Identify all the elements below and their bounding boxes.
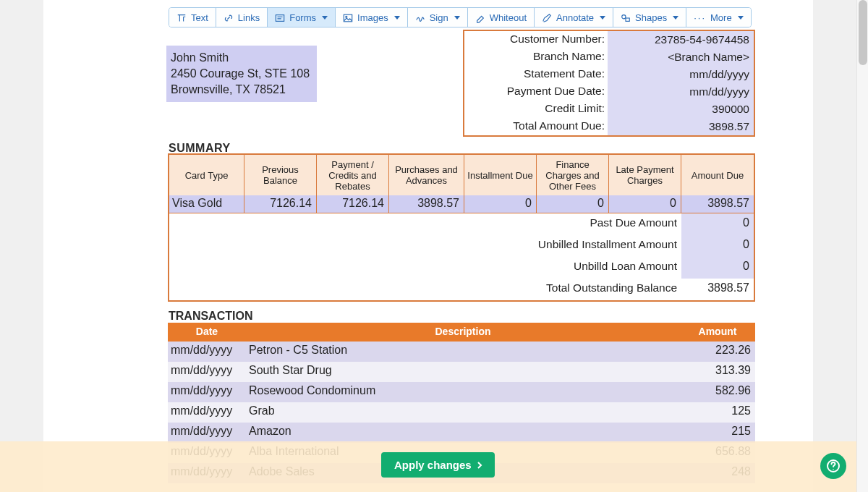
cell-prev-balance[interactable]: 7126.14: [244, 195, 317, 213]
transaction-row[interactable]: mm/dd/yyyySouth Star Drug313.39: [168, 362, 755, 382]
cell-description[interactable]: Amazon: [246, 423, 680, 443]
hdr-prev-balance: Previous Balance: [244, 155, 317, 195]
cell-amount[interactable]: 223.26: [680, 342, 755, 362]
label-customer-number: Customer Number:: [464, 31, 608, 48]
label-statement-date: Statement Date:: [464, 66, 608, 83]
tool-forms[interactable]: Forms: [268, 8, 336, 27]
cell-purchases[interactable]: 3898.57: [389, 195, 464, 213]
tool-annotate[interactable]: Annotate: [535, 8, 613, 27]
tool-sign[interactable]: Sign: [408, 8, 468, 27]
help-button[interactable]: [820, 453, 846, 479]
customer-addr2: Brownsville, TX 78521: [171, 82, 310, 98]
cell-description[interactable]: Grab: [246, 402, 680, 423]
cell-amount[interactable]: 215: [680, 423, 755, 443]
transaction-row[interactable]: mm/dd/yyyyRosewood Condominum582.96: [168, 382, 755, 402]
tool-links[interactable]: Links: [216, 8, 268, 27]
chevron-down-icon: [673, 16, 678, 20]
apply-changes-button[interactable]: Apply changes: [381, 452, 495, 478]
cell-pay-credits[interactable]: 7126.14: [317, 195, 389, 213]
tool-whiteout-label: Whiteout: [490, 12, 527, 23]
label-total-due: Total Amount Due:: [464, 118, 608, 135]
cell-description[interactable]: Petron - C5 Station: [246, 342, 680, 362]
label-total-out: Total Outstanding Balance: [546, 279, 681, 300]
tool-images-label: Images: [357, 12, 388, 23]
hdr-description: Description: [246, 323, 680, 342]
vertical-scrollbar[interactable]: [856, 0, 868, 492]
shapes-icon: [621, 13, 631, 23]
tool-whiteout[interactable]: Whiteout: [468, 8, 535, 27]
cell-late[interactable]: 0: [609, 195, 681, 213]
chevron-down-icon: [738, 16, 744, 20]
value-unbilled[interactable]: 0: [681, 235, 754, 257]
tool-text[interactable]: Text: [169, 8, 216, 27]
cell-finance[interactable]: 0: [537, 195, 609, 213]
svg-rect-0: [276, 14, 284, 21]
tool-more-label: More: [710, 12, 732, 23]
hdr-payment-credits: Payment / Credits and Rebates: [317, 155, 389, 195]
label-unbilled-ln: Unbilld Loan Amount: [574, 257, 681, 279]
label-past-due: Past Due Amount: [590, 213, 681, 235]
tool-annotate-label: Annotate: [556, 12, 594, 23]
svg-rect-4: [626, 18, 629, 21]
cell-date[interactable]: mm/dd/yyyy: [168, 342, 246, 362]
apply-changes-label: Apply changes: [394, 459, 472, 471]
customer-addr1: 2450 Courage St, STE 108: [171, 66, 310, 82]
label-payment-due: Payment Due Date:: [464, 83, 608, 101]
label-branch-name: Branch Name:: [464, 48, 608, 66]
transaction-row[interactable]: mm/dd/yyyyGrab125: [168, 402, 755, 423]
cell-date[interactable]: mm/dd/yyyy: [168, 402, 246, 423]
cell-date[interactable]: mm/dd/yyyy: [168, 423, 246, 443]
chevron-right-icon: [476, 461, 483, 470]
value-unbilled-ln[interactable]: 0: [681, 257, 754, 279]
value-payment-due[interactable]: mm/dd/yyyy: [608, 83, 754, 101]
hdr-card-type: Card Type: [169, 155, 244, 195]
tool-sign-label: Sign: [430, 12, 448, 23]
svg-point-6: [833, 469, 834, 470]
help-icon: [826, 459, 841, 473]
value-total-out[interactable]: 3898.57: [681, 279, 754, 300]
hdr-finance: Finance Charges and Other Fees: [537, 155, 609, 195]
cell-date[interactable]: mm/dd/yyyy: [168, 382, 246, 402]
annotate-icon: [542, 13, 552, 23]
value-past-due[interactable]: 0: [681, 213, 754, 235]
cell-amount[interactable]: 582.96: [680, 382, 755, 402]
chevron-down-icon: [454, 16, 460, 20]
value-branch-name[interactable]: <Branch Name>: [608, 48, 754, 66]
cell-amount[interactable]: 125: [680, 402, 755, 423]
tool-shapes[interactable]: Shapes: [613, 8, 686, 27]
value-credit-limit[interactable]: 390000: [608, 101, 754, 118]
transaction-title: TRANSACTION: [169, 310, 252, 323]
hdr-amount-due: Amount Due: [681, 155, 754, 195]
tool-shapes-label: Shapes: [635, 12, 667, 23]
cell-description[interactable]: South Star Drug: [246, 362, 680, 382]
customer-address-block[interactable]: John Smith 2450 Courage St, STE 108 Brow…: [166, 46, 317, 102]
transaction-row[interactable]: mm/dd/yyyyPetron - C5 Station223.26: [168, 342, 755, 362]
hdr-late-payment: Late Payment Charges: [609, 155, 681, 195]
hdr-amount: Amount: [680, 323, 755, 342]
value-statement-date[interactable]: mm/dd/yyyy: [608, 66, 754, 83]
summary-table: Card Type Previous Balance Payment / Cre…: [168, 153, 755, 302]
tool-text-label: Text: [191, 12, 208, 23]
cell-date[interactable]: mm/dd/yyyy: [168, 362, 246, 382]
more-icon: ···: [694, 12, 706, 23]
cell-description[interactable]: Rosewood Condominum: [246, 382, 680, 402]
hdr-installment: Installment Due: [464, 155, 537, 195]
value-total-due[interactable]: 3898.57: [608, 118, 754, 135]
transaction-row[interactable]: mm/dd/yyyyAmazon215: [168, 423, 755, 443]
link-icon: [224, 13, 234, 23]
cell-card-type[interactable]: Visa Gold: [169, 195, 244, 213]
label-unbilled: Unbilled Installment Amount: [538, 235, 681, 257]
tool-links-label: Links: [238, 12, 260, 23]
tool-more[interactable]: ··· More: [686, 8, 750, 27]
scroll-thumb[interactable]: [859, 0, 867, 65]
cell-installment[interactable]: 0: [464, 195, 537, 213]
cell-amount[interactable]: 313.39: [680, 362, 755, 382]
hdr-date: Date: [168, 323, 246, 342]
value-customer-number[interactable]: 23785-54-9674458: [608, 31, 754, 48]
cell-amount-due[interactable]: 3898.57: [681, 195, 754, 213]
chevron-down-icon: [322, 16, 328, 20]
svg-point-3: [622, 14, 626, 18]
account-meta-table: Customer Number: 23785-54-9674458 Branch…: [463, 30, 755, 137]
apply-changes-bar: Apply changes: [0, 441, 856, 492]
tool-images[interactable]: Images: [336, 8, 408, 27]
